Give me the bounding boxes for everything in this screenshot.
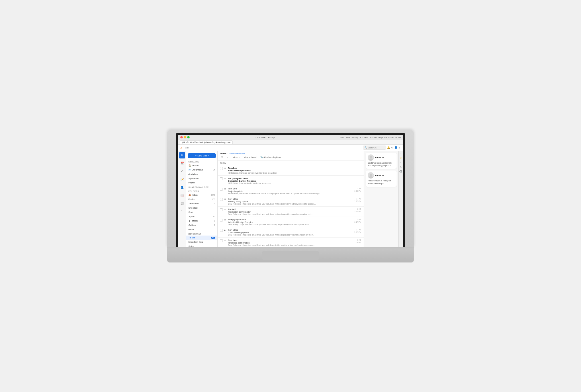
email-row[interactable]: ✉ harry@zylker.com Campaign Banner Propo…: [218, 176, 364, 186]
tome-badge: 43: [211, 237, 215, 239]
streams-label: STREAMS: [186, 159, 217, 163]
email-size: 1 KB: [357, 187, 361, 189]
breadcrumb-tome[interactable]: To Me: [220, 152, 227, 155]
sidebar-icon-bookme[interactable]: 📖: [179, 192, 185, 199]
sidebar-item-analytics[interactable]: Analytics: [186, 172, 217, 176]
filter-icon: ▼: [227, 156, 229, 158]
inbox-label: Inbox: [192, 194, 198, 196]
email-row[interactable]: ✉ Ken Miles Privacy policy update Dear R…: [218, 196, 364, 207]
email-checkbox[interactable]: [220, 208, 223, 211]
far-right-icon-1[interactable]: ↓: [399, 152, 402, 155]
notif-header-2: Paula M: [368, 172, 395, 179]
email-checkbox[interactable]: [220, 229, 223, 232]
sidebar-icon-contacts[interactable]: 👤: [179, 184, 185, 191]
email-checkbox[interactable]: [220, 167, 223, 170]
notif-avatar-2: [368, 172, 374, 179]
notification-icon[interactable]: 🔔: [387, 146, 390, 149]
email-sender: Ken Miles: [228, 198, 353, 200]
close-button[interactable]: [180, 136, 183, 138]
sidebar-item-home[interactable]: 🏠 Home: [186, 163, 217, 168]
laptop-keyboard: [167, 247, 414, 262]
sidebar-icon-notes[interactable]: 📝: [179, 176, 185, 183]
drafts-left: Drafts: [188, 198, 194, 201]
email-preview: Hi Rebecca, Please let me know the statu…: [228, 193, 353, 195]
sidebar-item-inbox[interactable]: 📥 Inbox 3473: [186, 193, 217, 197]
email-checkbox[interactable]: [220, 219, 223, 222]
sidebar-icon-newsletter[interactable]: 📰: [179, 200, 185, 207]
sidebar-icon-mail[interactable]: ✉: [179, 152, 185, 158]
sidebar-item-snoozed[interactable]: Snoozed: [186, 206, 217, 210]
sidebar-item-payroll[interactable]: Payroll: [186, 181, 217, 185]
app-header-right: 🔍 Search (/) 🔔 ⚙ 👤 ⊞: [363, 146, 401, 150]
filter-btn[interactable]: ▼: [226, 156, 230, 159]
email-checkbox[interactable]: [220, 177, 223, 180]
new-mail-button[interactable]: ✏ New Mail ▾: [188, 153, 216, 158]
sidebar-item-importantfiles[interactable]: Important files: [186, 240, 217, 244]
search-bar[interactable]: 🔍 Search (/): [363, 146, 386, 150]
menu-help[interactable]: Help: [379, 136, 383, 138]
settings-icon[interactable]: ⚙: [391, 146, 393, 149]
attachment-options-btn[interactable]: 📎 Attachment options: [259, 156, 282, 159]
notification-card-2[interactable]: Paula M Feature report is ready for revi…: [366, 170, 397, 187]
titlebar-right: Edit View History Accounts Window Help F…: [340, 136, 401, 138]
checkbox-all[interactable]: ☐: [220, 156, 224, 159]
sidebar-item-sales[interactable]: Sales: [186, 244, 217, 247]
sidebar-item-sent[interactable]: Sent: [186, 210, 217, 214]
sidebar-item-trash[interactable]: 🗑 Trash 1: [186, 219, 217, 223]
far-right-icon-3[interactable]: ✓: [399, 161, 402, 164]
email-row[interactable]: ✉ Tom Lee Newsletter topic ideas Hi Rebe…: [218, 165, 364, 176]
far-right-icon-2[interactable]: ⚡: [399, 157, 402, 160]
sent-label: Sent: [188, 211, 193, 213]
email-row[interactable]: ▶ Ken Miles Client meeting update Dear R…: [218, 227, 364, 238]
sales-label: Sales: [188, 245, 194, 247]
far-right-icon-5[interactable]: 💬: [399, 170, 402, 173]
far-right-icon-4[interactable]: ✎: [399, 166, 402, 169]
sidebar-item-outbox[interactable]: Outbox 2: [186, 223, 217, 227]
sidebar-item-tome[interactable]: To Me 43: [186, 236, 217, 240]
inbox-left: 📥 Inbox: [188, 194, 198, 196]
grid-icon[interactable]: ⊞: [399, 146, 401, 149]
menu-view[interactable]: View: [346, 136, 350, 138]
email-checkbox[interactable]: [220, 188, 223, 191]
email-row[interactable]: ✉ Tom Lee Final idea confirmation Dear R…: [218, 238, 364, 247]
window-title: Zoho Mail - Desktop: [191, 136, 339, 139]
tab-main[interactable]: (43) - To Me - Zoho Mail (rebecca@zylker…: [180, 140, 233, 144]
maximize-button[interactable]: [187, 136, 190, 138]
email-row[interactable]: ✉ Tom Lee Projects update Hi Rebecca, Pl…: [218, 186, 364, 196]
sidebar-icon-tasks[interactable]: ✓: [179, 168, 185, 175]
email-subject: Industrial Design Samples: [228, 221, 353, 224]
email-checkbox[interactable]: [220, 239, 223, 242]
allunread-badge: 24: [213, 169, 215, 171]
email-content: Ken Miles Privacy policy update Dear Reb…: [228, 198, 353, 205]
email-row[interactable]: ✉ harry@zylker.com Industrial Design Sam…: [218, 217, 364, 227]
menu-window[interactable]: Window: [370, 136, 377, 138]
email-subject: Production conversation: [228, 211, 353, 213]
sidebar-item-drafts[interactable]: Drafts 165: [186, 197, 217, 201]
attachment-icon: 📎: [260, 156, 263, 158]
sidebar-item-spam[interactable]: Spam 26: [186, 214, 217, 219]
notification-card-1[interactable]: Paula M Could we have a quick talk about…: [366, 153, 397, 169]
email-type-icon: ✉: [224, 208, 227, 211]
minimize-button[interactable]: [184, 136, 186, 138]
search-placeholder: Search (/): [368, 147, 377, 149]
sidebar-icon-earchive[interactable]: 🗂: [179, 208, 185, 215]
menu-edit[interactable]: Edit: [340, 136, 344, 138]
avatar-icon[interactable]: 👤: [394, 146, 397, 149]
checkbox-icon: ☐: [221, 156, 223, 158]
view-archived-btn[interactable]: View archived: [243, 156, 257, 159]
trackpad[interactable]: [262, 252, 319, 260]
sidebar-item-sysadmin[interactable]: Sysadmin: [186, 176, 217, 181]
sidebar-item-hrfl[interactable]: HRFL: [186, 227, 217, 232]
sidebar-item-allunread[interactable]: 📧 All unread 24: [186, 168, 217, 172]
sidebar-item-templates[interactable]: Templates 6: [186, 201, 217, 206]
sidebar-icon-calendar[interactable]: 📅: [179, 160, 185, 166]
views-btn[interactable]: Views ▾: [232, 156, 241, 159]
email-row[interactable]: ✉ Paula P Production conversation Dear R…: [218, 207, 364, 217]
laptop: Zoho Mail - Desktop Edit View History Ac…: [167, 130, 414, 262]
email-type-icon: ✉: [224, 239, 227, 242]
email-preview: Dear Rebecca, I hope this email finds yo…: [228, 234, 353, 236]
nav-mail[interactable]: Mail: [184, 146, 189, 149]
menu-accounts[interactable]: Accounts: [360, 136, 368, 138]
menu-history[interactable]: History: [352, 136, 358, 138]
email-checkbox[interactable]: [220, 198, 223, 201]
